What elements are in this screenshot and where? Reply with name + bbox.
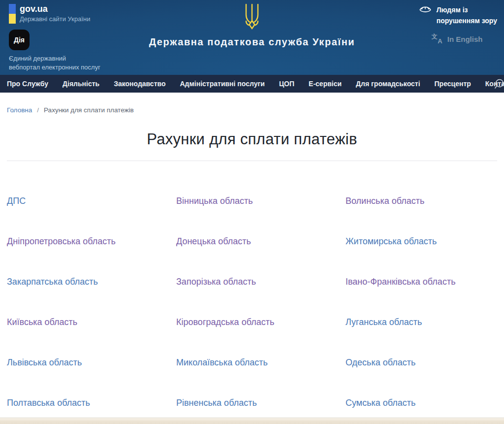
translate-icon: 文 A xyxy=(432,34,442,44)
region-link[interactable]: ДПС xyxy=(7,196,176,236)
nav-item-pro-sluzhbu[interactable]: Про Службу xyxy=(7,80,48,88)
region-link[interactable]: Миколаївська область xyxy=(176,358,346,398)
region-link[interactable]: Волинська область xyxy=(346,196,504,236)
header-right: Людям із порушенням зору 文 A In English xyxy=(419,5,497,44)
ukraine-flag-icon xyxy=(9,4,16,24)
page-title: Рахунки для сплати платежів xyxy=(7,130,497,148)
main-content: Головна / Рахунки для сплати платежів Ра… xyxy=(0,93,504,424)
language-switch[interactable]: 文 A In English xyxy=(432,34,497,44)
region-link[interactable]: Запорізька область xyxy=(176,277,346,317)
nav-item-zakonodavstvo[interactable]: Законодавство xyxy=(114,80,165,88)
breadcrumb: Головна / Рахунки для сплати платежів xyxy=(7,93,497,114)
trident-icon xyxy=(242,3,262,31)
govua-subtitle: Державні сайти України xyxy=(20,15,90,23)
nav-item-diyalnist[interactable]: Діяльність xyxy=(63,80,99,88)
region-link[interactable]: Івано-Франківська область xyxy=(346,277,504,317)
search-icon[interactable] xyxy=(493,78,504,90)
region-link[interactable]: Кіровоградська область xyxy=(176,317,346,358)
govua-title: gov.ua xyxy=(20,4,90,14)
breadcrumb-home-link[interactable]: Головна xyxy=(7,106,32,114)
nav-item-dlya-gromadskosti[interactable]: Для громадськості xyxy=(356,80,420,88)
breadcrumb-separator: / xyxy=(37,106,39,114)
region-link[interactable]: Закарпатська область xyxy=(7,277,176,317)
title-divider xyxy=(7,161,497,161)
region-link[interactable]: Львівська область xyxy=(7,358,176,398)
diia-logo[interactable]: Дія xyxy=(9,30,30,50)
region-link[interactable]: Київська область xyxy=(7,317,176,358)
region-link[interactable]: Донецька область xyxy=(176,236,346,277)
region-link[interactable]: Одеська область xyxy=(346,358,504,398)
region-link[interactable]: Житомирська область xyxy=(346,236,504,277)
eye-icon xyxy=(419,5,432,14)
site-header: gov.ua Державні сайти України Дія Єдиний… xyxy=(0,0,504,75)
govua-link[interactable]: gov.ua Державні сайти України xyxy=(9,4,100,24)
region-link[interactable]: Луганська область xyxy=(346,317,504,358)
breadcrumb-current: Рахунки для сплати платежів xyxy=(44,106,134,114)
nav-item-tsop[interactable]: ЦОП xyxy=(279,80,294,88)
accessibility-link[interactable]: Людям із порушенням зору xyxy=(419,5,497,26)
language-label: In English xyxy=(447,35,483,43)
region-link[interactable]: Вінницька область xyxy=(176,196,346,236)
diia-subtitle: Єдиний державний вебпортал електронних п… xyxy=(9,54,100,71)
nav-item-e-servisy[interactable]: Е-сервіси xyxy=(309,80,342,88)
regions-grid: ДПСВінницька областьВолинська областьДні… xyxy=(7,186,497,424)
nav-item-prestsentr[interactable]: Пресцентр xyxy=(435,80,471,88)
region-link[interactable]: Дніпропетровська область xyxy=(7,236,176,277)
govua-block: gov.ua Державні сайти України Дія Єдиний… xyxy=(9,4,100,71)
nav-item-administratyvni-poslugy[interactable]: Адміністративні послуги xyxy=(180,80,264,88)
footer-banner-edge xyxy=(0,418,504,424)
main-nav: Про Службу Діяльність Законодавство Адмі… xyxy=(0,75,504,93)
accessibility-label: Людям із порушенням зору xyxy=(437,5,497,26)
